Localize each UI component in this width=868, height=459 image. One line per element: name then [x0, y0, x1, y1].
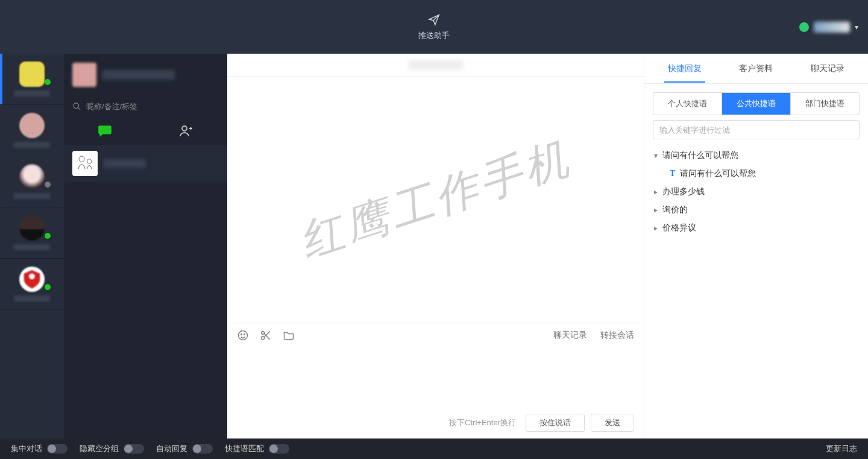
tab-quick-reply[interactable]: 快捷回复	[664, 61, 705, 83]
chat-send-row: 按下Ctrl+Enter换行 按住说话 发送	[227, 407, 644, 438]
header-title: 推送助手	[418, 30, 450, 41]
conversation-name	[104, 159, 146, 168]
online-dot-icon	[45, 79, 51, 85]
chat-history-link[interactable]: 聊天记录	[553, 330, 587, 341]
toggle-auto-reply[interactable]: 自动回复	[156, 443, 213, 454]
header-user[interactable]: ▾	[799, 22, 858, 33]
tab-customer-info[interactable]: 客户资料	[735, 61, 776, 77]
toggle-label: 自动回复	[156, 443, 187, 454]
avatar	[19, 164, 45, 189]
contact-icon	[179, 124, 193, 138]
send-hint: 按下Ctrl+Enter换行	[449, 417, 516, 428]
chevron-down-icon: ▾	[855, 23, 858, 31]
avatar	[19, 113, 45, 138]
conversation-list	[64, 145, 227, 438]
avatar	[72, 63, 96, 87]
tree-leaf-label: 请问有什么可以帮您	[680, 168, 756, 179]
search-icon	[72, 102, 81, 111]
avatar	[19, 215, 45, 241]
main-content: 红鹰工作手机 聊天记录 转接会话 按下Ctrl+Enter换行 按住说话 发送	[0, 54, 868, 438]
toggle-label: 隐藏空分组	[80, 443, 119, 454]
right-panel: 快捷回复 客户资料 聊天记录 个人快捷语 公共快捷语 部门快捷语 ▾ 请问有什么…	[644, 54, 868, 438]
changelog-link[interactable]: 更新日志	[826, 443, 857, 454]
svg-point-3	[87, 159, 92, 163]
caret-right-icon: ▸	[653, 206, 659, 214]
svg-point-5	[241, 334, 242, 335]
tab-chat-history[interactable]: 聊天记录	[807, 61, 848, 77]
toggle-label: 集中对话	[11, 443, 42, 454]
tree-node-label: 办理多少钱	[662, 186, 705, 197]
tree-node[interactable]: ▸ 办理多少钱	[648, 183, 864, 201]
tree-node-label: 价格异议	[662, 223, 696, 233]
filter-input[interactable]	[653, 120, 860, 139]
accounts-rail	[0, 54, 64, 438]
quick-reply-filter	[653, 120, 860, 139]
account-label	[14, 142, 50, 148]
emoji-icon[interactable]	[237, 329, 249, 341]
tree-leaf[interactable]: T 请问有什么可以帮您	[665, 165, 864, 183]
quick-reply-subtabs: 个人快捷语 公共快捷语 部门快捷语	[653, 92, 860, 115]
hold-to-talk-button[interactable]: 按住说话	[526, 414, 585, 432]
account-label	[14, 296, 50, 302]
account-item[interactable]	[0, 156, 64, 207]
tab-chats[interactable]	[64, 116, 146, 145]
online-dot-icon	[45, 233, 51, 239]
toggle-quick-match[interactable]: 快捷语匹配	[225, 443, 289, 454]
avatar	[19, 267, 45, 292]
tree-node-label: 询价的	[662, 204, 688, 215]
chat-toolbar: 聊天记录 转接会话	[227, 323, 644, 347]
avatar	[19, 62, 45, 87]
scissors-icon[interactable]	[260, 329, 272, 341]
svg-point-1	[182, 126, 187, 131]
quick-reply-tree: ▾ 请问有什么可以帮您 T 请问有什么可以帮您 ▸ 办理多少钱 ▸ 询价的 ▸ …	[644, 144, 868, 239]
avatar	[72, 151, 98, 176]
offline-dot-icon	[45, 182, 51, 188]
subtab-public[interactable]: 公共快捷语	[722, 93, 790, 115]
right-panel-tabs: 快捷回复 客户资料 聊天记录	[644, 54, 868, 84]
toggle-focus-chat[interactable]: 集中对话	[11, 443, 68, 454]
svg-point-4	[239, 331, 248, 340]
chat-title	[409, 60, 463, 70]
send-button[interactable]: 发送	[591, 414, 634, 432]
switch-icon	[124, 444, 144, 454]
current-account-header	[64, 54, 227, 96]
caret-right-icon: ▸	[653, 188, 659, 196]
transfer-session-link[interactable]: 转接会话	[600, 330, 634, 341]
account-item[interactable]	[0, 54, 64, 105]
chat-bubble-icon	[97, 123, 113, 139]
folder-icon[interactable]	[283, 329, 295, 341]
header-center[interactable]: 推送助手	[418, 13, 450, 41]
tree-node[interactable]: ▸ 价格异议	[648, 219, 864, 237]
account-item[interactable]	[0, 207, 64, 259]
svg-point-0	[74, 103, 79, 108]
conversation-search[interactable]	[64, 96, 227, 116]
chat-messages[interactable]: 红鹰工作手机	[227, 77, 644, 323]
tab-contacts[interactable]	[146, 116, 228, 145]
switch-icon	[192, 444, 213, 454]
account-item[interactable]	[0, 105, 64, 156]
app-footer: 集中对话 隐藏空分组 自动回复 快捷语匹配 更新日志	[0, 438, 868, 459]
account-label	[14, 244, 50, 250]
tree-node[interactable]: ▸ 询价的	[648, 201, 864, 219]
conversation-mode-tabs	[64, 116, 227, 145]
switch-icon	[47, 444, 68, 454]
text-snippet-icon: T	[670, 169, 675, 179]
account-item[interactable]	[0, 259, 64, 310]
subtab-personal[interactable]: 个人快捷语	[653, 93, 722, 115]
app-header: 推送助手 ▾	[0, 0, 868, 54]
svg-point-2	[79, 156, 84, 162]
chat-input-area[interactable]	[227, 347, 644, 407]
conversation-item[interactable]	[64, 145, 227, 182]
account-label	[14, 90, 50, 97]
chat-header	[227, 54, 644, 77]
chat-pane: 红鹰工作手机 聊天记录 转接会话 按下Ctrl+Enter换行 按住说话 发送	[227, 54, 644, 438]
status-online-icon	[799, 22, 809, 32]
toggle-hide-empty-group[interactable]: 隐藏空分组	[80, 443, 144, 454]
tree-node[interactable]: ▾ 请问有什么可以帮您	[648, 147, 864, 165]
paper-plane-icon	[427, 13, 441, 27]
caret-down-icon: ▾	[653, 151, 659, 160]
search-input[interactable]	[86, 102, 219, 111]
svg-point-6	[244, 334, 245, 335]
account-label	[14, 193, 50, 199]
subtab-department[interactable]: 部门快捷语	[790, 93, 859, 115]
